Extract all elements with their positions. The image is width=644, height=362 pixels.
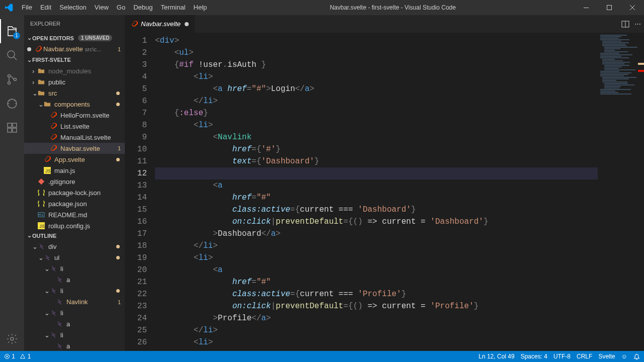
code-line[interactable]: </li> [155, 324, 644, 336]
code-line[interactable]: <li> [155, 119, 644, 131]
settings-gear-icon[interactable] [0, 327, 24, 351]
menu-terminal[interactable]: Terminal [156, 0, 189, 15]
folder-icon [37, 89, 45, 97]
tree-item[interactable]: ⌄components [24, 99, 125, 110]
code-line[interactable]: on:click|preventDefault={() => current =… [155, 300, 644, 312]
close-button[interactable] [621, 0, 644, 15]
status-feedback-icon[interactable]: ☺ [621, 353, 627, 360]
overview-ruler [637, 33, 644, 351]
code-line[interactable]: <li> [155, 71, 644, 83]
code-line[interactable]: {:else} [155, 107, 644, 119]
tree-item[interactable]: App.svelte [24, 154, 125, 165]
tree-item-label: .gitignore [48, 178, 75, 186]
status-bar: 1 1 Ln 12, Col 49 Spaces: 4 UTF-8 CRLF S… [0, 351, 644, 362]
symbol-icon [37, 243, 45, 251]
menu-selection[interactable]: Selection [55, 0, 90, 15]
tree-item[interactable]: package-lock.json [24, 187, 125, 198]
search-icon[interactable] [0, 43, 24, 67]
code-line[interactable]: </li> [155, 95, 644, 107]
outline-item[interactable]: ⌄li [24, 263, 125, 275]
code-line[interactable]: <li> [155, 336, 644, 348]
split-editor-icon[interactable] [621, 20, 629, 28]
code-line[interactable]: class:active={current === 'Dashboard'} [155, 204, 644, 216]
outline-item[interactable]: ⌄li [24, 330, 125, 341]
tree-item[interactable]: package.json [24, 198, 125, 209]
status-problems[interactable]: 1 1 [4, 353, 31, 360]
file-icon [49, 111, 57, 119]
file-hint: src\c... [85, 46, 101, 52]
tree-item[interactable]: ›node_modules [24, 65, 125, 76]
code-line[interactable]: </li> [155, 240, 644, 252]
tree-item[interactable]: List.svelte [24, 121, 125, 132]
menu-go[interactable]: Go [113, 0, 129, 15]
outline-header[interactable]: ⌄ OUTLINE [24, 230, 125, 241]
code-line[interactable]: <a [155, 264, 644, 276]
code-line[interactable]: >Profile</a> [155, 312, 644, 324]
tree-item-label: rollup.config.js [48, 222, 90, 230]
tree-item[interactable]: JSmain.js [24, 165, 125, 176]
code-editor[interactable]: 1234567891011121314151617181920212223242… [125, 33, 644, 351]
outline-item[interactable]: ⌄li [24, 308, 125, 319]
file-icon [49, 133, 57, 141]
outline-item[interactable]: ⌄ul [24, 252, 125, 263]
code-line[interactable]: href="#" [155, 276, 644, 288]
maximize-button[interactable] [598, 0, 621, 15]
outline-item[interactable]: a [24, 275, 125, 286]
outline-item[interactable]: a [24, 341, 125, 351]
tree-item[interactable]: ⌄src [24, 87, 125, 99]
explorer-badge: 1 [13, 32, 20, 39]
outline-item[interactable]: a [24, 319, 125, 330]
extensions-icon[interactable] [0, 116, 24, 140]
status-cursor[interactable]: Ln 12, Col 49 [478, 353, 514, 360]
tree-item[interactable]: Navbar.svelte1 [24, 143, 125, 154]
menu-debug[interactable]: Debug [129, 0, 156, 15]
project-header[interactable]: ⌄ FIRST-SVELTE [24, 55, 125, 66]
code-line[interactable]: >Dashboard</a> [155, 228, 644, 240]
tree-item[interactable]: ManualList.svelte [24, 132, 125, 143]
status-eol[interactable]: CRLF [577, 353, 592, 360]
status-notifications-icon[interactable] [633, 353, 640, 360]
tree-item[interactable]: HelloForm.svelte [24, 110, 125, 121]
code-line[interactable]: {#if !user.isAuth } [155, 59, 644, 71]
outline-item[interactable]: Navlink1 [24, 297, 125, 308]
menu-view[interactable]: View [91, 0, 113, 15]
code-line[interactable]: text={'Dashboard'} [155, 155, 644, 167]
outline-item[interactable]: ⌄div [24, 241, 125, 252]
dirty-indicator-icon [185, 22, 189, 26]
code-line[interactable]: href={'#'} [155, 143, 644, 155]
code-line[interactable]: <ul> [155, 47, 644, 59]
menu-edit[interactable]: Edit [36, 0, 55, 15]
svg-rect-9 [13, 128, 17, 132]
open-editor-item[interactable]: Navbar.sveltesrc\c...1 [24, 44, 125, 55]
code-line[interactable]: <a [155, 179, 644, 192]
tree-item[interactable]: ›public [24, 76, 125, 87]
menu-help[interactable]: Help [190, 0, 211, 15]
code-line[interactable]: <a href="#">Login</a> [155, 83, 644, 95]
explorer-icon[interactable]: 1 [0, 19, 24, 43]
file-name: Navbar.svelte [43, 45, 83, 53]
outline-item-label: a [66, 320, 70, 328]
status-encoding[interactable]: UTF-8 [553, 353, 571, 360]
status-language[interactable]: Svelte [598, 353, 615, 360]
minimize-button[interactable] [575, 0, 598, 15]
code-line[interactable]: on:click|preventDefault={() => current =… [155, 216, 644, 228]
tab-navbar-svelte[interactable]: Navbar.svelte [125, 15, 195, 33]
outline-item[interactable]: ⌄li [24, 286, 125, 297]
code-line[interactable]: <div> [155, 35, 644, 47]
code-line[interactable]: <li> [155, 252, 644, 264]
menu-file[interactable]: File [18, 0, 36, 15]
tree-item[interactable]: JSrollup.config.js [24, 220, 125, 230]
tree-item[interactable]: README.md [24, 209, 125, 220]
status-indent[interactable]: Spaces: 4 [521, 353, 547, 360]
tree-item[interactable]: .gitignore [24, 176, 125, 187]
open-editors-header[interactable]: ⌄ OPEN EDITORS 1 UNSAVED [24, 33, 125, 44]
code-content[interactable]: <div> <ul> {#if !user.isAuth } <li> <a h… [155, 33, 644, 351]
more-actions-icon[interactable]: ⋯ [634, 20, 641, 28]
scm-icon[interactable] [0, 67, 24, 92]
file-icon [37, 200, 45, 208]
code-line[interactable]: <Navlink [155, 131, 644, 143]
debug-icon[interactable] [0, 92, 24, 116]
svg-point-11 [11, 337, 14, 340]
code-line[interactable]: class:active={current === 'Profile'} [155, 288, 644, 300]
code-line[interactable]: href="#" [155, 192, 644, 204]
